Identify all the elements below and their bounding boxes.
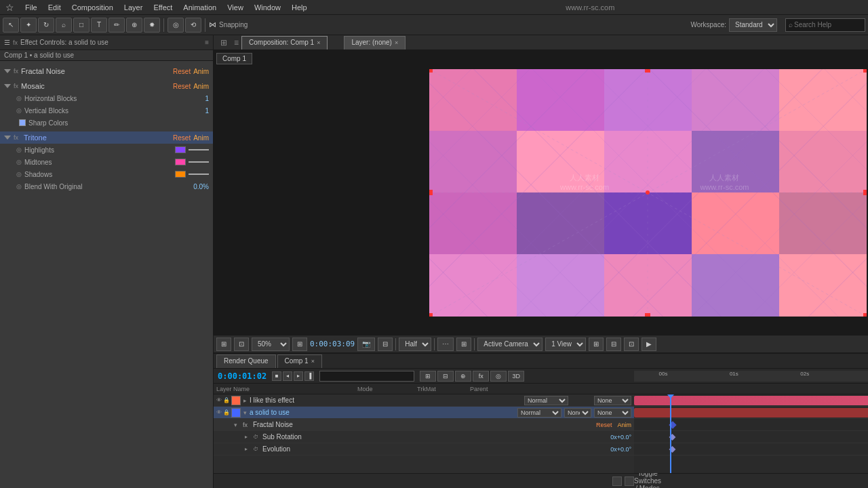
tool-pen[interactable]: ✦ [20,18,37,33]
camera-select[interactable]: Active Camera [477,338,542,351]
track2[interactable] [634,407,868,419]
tl-next-btn[interactable]: ▸ [294,371,303,381]
sub-fractal-noise[interactable]: ▾ fx Fractal Noise Reset Anim [214,419,634,431]
tool-zoom[interactable]: ⌕ [56,18,72,33]
menu-view[interactable]: View [222,0,249,15]
new-layer-btn[interactable]: ⊞ [420,371,436,382]
close-comp1-tab[interactable]: × [317,36,320,49]
layer2-mode[interactable]: Normal [517,408,561,418]
new-folder-btn[interactable] [625,476,634,486]
tritone-anim[interactable]: Anim [193,134,209,142]
effects-btn[interactable]: fx [473,371,489,382]
close-timeline-tab[interactable]: × [311,354,315,368]
new-comp-btn[interactable] [612,476,622,486]
sharp-colors-checkbox[interactable] [19,119,26,126]
layer1-expand[interactable]: ▸ [243,397,247,404]
tl-prev-btn[interactable]: ◂ [283,371,292,381]
sub2-expand[interactable]: ▸ [245,434,248,440]
tool-type[interactable]: T [91,18,107,33]
midtones-color-swatch[interactable] [175,159,186,165]
handle-mr [863,190,867,195]
snapshot-btn[interactable]: 📷 [357,338,375,351]
tritone-reset[interactable]: Reset [173,134,191,142]
tool-rect[interactable]: □ [73,18,90,33]
vertical-blocks-value[interactable]: 1 [205,107,209,115]
3d-btn[interactable]: 3D [508,371,524,382]
tab-layer[interactable]: Layer: (none) × [344,36,406,49]
layer2-parent[interactable]: None [594,408,631,418]
horizontal-blocks-value[interactable]: 1 [205,95,209,102]
mosaic-anim[interactable]: Anim [193,83,209,90]
menu-edit[interactable]: Edit [43,0,66,15]
sub-rotation[interactable]: ▸ ⏱ Sub Rotation 0x+0.0° [214,431,634,443]
layer-search-input[interactable] [319,371,414,382]
mosaic-reset[interactable]: Reset [173,83,191,90]
tab-composition-comp1[interactable]: Composition: Comp 1 × [241,36,328,49]
effect-fractal-noise-header[interactable]: fx Fractal Noise Reset Anim [0,65,213,77]
sub-rotation-label: Sub Rotation [262,433,608,441]
layer1-mode[interactable]: Normal [524,396,568,405]
viewer-region-btn[interactable]: ⊡ [234,338,249,351]
menu-composition[interactable]: Composition [66,0,119,15]
workspace-select[interactable]: Standard [729,18,777,32]
menu-layer[interactable]: Layer [119,0,149,15]
effect-tritone-header[interactable]: fx Tritone Reset Anim [0,131,213,144]
tool-anchor[interactable]: ◎ [167,18,184,33]
menu-help[interactable]: Help [286,0,313,15]
new-solid-btn[interactable]: ⊟ [437,371,454,382]
sub-rotation-value[interactable]: 0x+0.0° [610,434,631,441]
new-shape-btn[interactable]: ⊕ [455,371,471,382]
composition-viewer[interactable]: Comp 1 [214,50,868,335]
show-grid-btn[interactable]: ⊞ [456,338,471,351]
grid-opts-btn[interactable]: ⊟ [606,338,621,351]
sub-expand[interactable]: ▾ [234,422,237,428]
menu-animation[interactable]: Animation [178,0,222,15]
fractal-noise-anim[interactable]: Anim [193,68,209,75]
views-select[interactable]: 1 View [545,338,586,351]
layer-row-2[interactable]: 👁 🔒 ▾ a solid to use Normal None [214,407,634,419]
quality-select[interactable]: HalfFull [399,338,431,351]
sub-anim-label[interactable]: Anim [617,422,631,428]
tool-brush[interactable]: ✏ [108,18,125,33]
track-sub2 [634,431,868,443]
fast-preview-btn[interactable]: ⋯ [437,338,454,351]
viewer-settings-btn[interactable]: ⊞ [216,338,231,351]
comp-opts-btn[interactable]: ⊞ [589,338,604,351]
sub-reset-label[interactable]: Reset [596,422,612,428]
menu-window[interactable]: Window [249,0,286,15]
menu-effect[interactable]: Effect [148,0,178,15]
panel-menu-icon[interactable]: ≡ [205,39,209,46]
fractal-noise-reset[interactable]: Reset [173,68,191,75]
highlights-color-swatch[interactable] [175,146,186,153]
shadows-color-swatch[interactable] [175,171,186,178]
blend-original-value[interactable]: 0.0% [193,183,209,190]
show-snapshot-btn[interactable]: ⊟ [378,338,393,351]
tab-render-queue[interactable]: Render Queue [216,354,276,368]
tl-stop-btn[interactable]: ■ [272,371,281,381]
tool-select[interactable]: ↖ [3,18,19,33]
layer1-parent[interactable]: None [594,396,631,405]
sub-evolution-value[interactable]: 0x+0.0° [610,446,631,453]
zoom-select[interactable]: 50%100%25% [252,338,290,351]
render-btn[interactable]: ▶ [642,338,656,351]
fit-btn[interactable]: ⊞ [292,338,307,351]
tool-camera[interactable]: ⟲ [185,18,201,33]
preview-opts-btn[interactable]: ⊡ [624,338,639,351]
motion-blur-btn[interactable]: ◎ [490,371,507,382]
menu-file[interactable]: File [20,0,43,15]
effect-mosaic-header[interactable]: fx Mosaic Reset Anim [0,80,213,92]
sub3-expand[interactable]: ▸ [245,446,248,452]
close-layer-tab[interactable]: × [395,36,398,49]
timeline-tabs: Render Queue Comp 1 × ≡ [214,354,868,369]
comp-breadcrumb[interactable]: Comp 1 [216,53,252,64]
tab-comp1-timeline[interactable]: Comp 1 × [277,354,322,368]
help-search-input[interactable] [794,21,862,28]
tool-rotate[interactable]: ↻ [38,18,54,33]
sub-evolution[interactable]: ▸ ⏱ Evolution 0x+0.0° [214,443,634,455]
layer-row-1[interactable]: 👁 🔒 ▸ I like this effect Normal None [214,394,634,407]
layer2-trkmat[interactable]: None [564,408,591,418]
tool-clone[interactable]: ⊕ [126,18,142,33]
tool-puppet[interactable]: ✸ [144,18,160,33]
tl-end-btn[interactable]: ▐ [304,371,314,381]
layer2-expand[interactable]: ▾ [243,409,247,416]
